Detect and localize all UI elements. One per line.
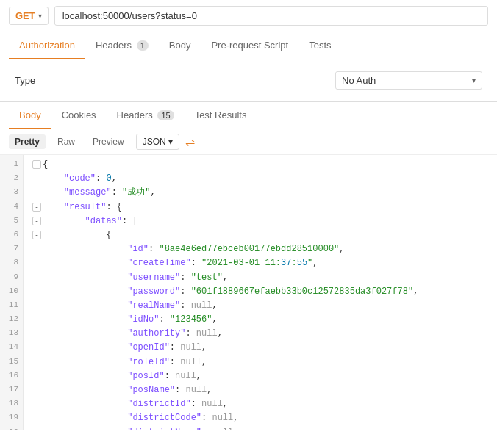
line-numbers: 1234567891011121314151617181920212223242… [0, 155, 24, 430]
json-line: "message": "成功", [32, 186, 488, 200]
body-tab-nav: Body Cookies Headers 15 Test Results [0, 102, 497, 129]
line-number: 7 [4, 242, 18, 256]
http-method: GET [15, 10, 35, 21]
format-bar: Pretty Raw Preview JSON ▾ ⇌ [0, 129, 497, 155]
line-number: 10 [4, 285, 18, 299]
format-json-label: JSON [143, 137, 166, 147]
stream-icon[interactable]: ⇌ [185, 135, 195, 149]
line-number: 18 [4, 397, 18, 411]
json-line: "districtName": null, [32, 426, 488, 430]
format-json-chevron-icon: ▾ [168, 137, 173, 147]
top-tab-nav: Authorization Headers 1 Body Pre-request… [0, 32, 497, 59]
line-number: 8 [4, 256, 18, 270]
json-line: "districtCode": null, [32, 411, 488, 425]
line-number: 5 [4, 214, 18, 228]
json-line: "id": "8ae4e6ed77ebceb00177ebdd28510000"… [32, 242, 488, 256]
json-line: "posId": null, [32, 369, 488, 383]
json-content: 1234567891011121314151617181920212223242… [0, 155, 497, 430]
line-number: 1 [4, 158, 18, 172]
line-number: 4 [4, 200, 18, 214]
json-line: -{ [32, 158, 488, 172]
tab-headers[interactable]: Headers 1 [85, 32, 159, 59]
auth-type-select[interactable]: No Auth ▾ [335, 71, 482, 90]
line-number: 12 [4, 313, 18, 327]
json-line: "realName": null, [32, 299, 488, 313]
format-preview-btn[interactable]: Preview [87, 134, 130, 149]
auth-type-label: Type [15, 75, 44, 86]
expand-btn[interactable]: - [32, 217, 41, 225]
line-number: 16 [4, 369, 18, 383]
json-line: - { [32, 228, 488, 242]
auth-type-value: No Auth [342, 75, 472, 86]
auth-chevron-icon: ▾ [472, 76, 476, 84]
format-json-dropdown[interactable]: JSON ▾ [136, 134, 179, 150]
line-number: 19 [4, 411, 18, 425]
format-raw-btn[interactable]: Raw [51, 134, 81, 149]
expand-btn[interactable]: - [32, 160, 41, 169]
line-number: 3 [4, 186, 18, 200]
json-line: "idNo": "123456", [32, 313, 488, 327]
json-line: "password": "601f1889667efaebb33b0c12572… [32, 285, 488, 299]
auth-select-wrapper: No Auth ▾ [335, 71, 482, 90]
line-number: 17 [4, 383, 18, 397]
json-line: "openId": null, [32, 341, 488, 355]
json-line: "createTime": "2021-03-01 11:37:55", [32, 256, 488, 270]
expand-btn[interactable]: - [32, 231, 41, 239]
url-input[interactable] [54, 6, 488, 26]
url-bar: GET ▾ [0, 0, 497, 32]
json-text: -{ "code": 0, "message": "成功",- "result"… [24, 155, 497, 430]
method-select[interactable]: GET ▾ [9, 7, 49, 25]
tab-tests[interactable]: Tests [298, 32, 341, 59]
line-number: 15 [4, 355, 18, 369]
json-line: "roleId": null, [32, 355, 488, 369]
tab-authorization[interactable]: Authorization [9, 32, 85, 59]
auth-section: Type No Auth ▾ [0, 59, 497, 102]
tab-body[interactable]: Body [9, 102, 51, 129]
json-line: "districtId": null, [32, 397, 488, 411]
line-number: 6 [4, 228, 18, 242]
json-line: "username": "test", [32, 271, 488, 285]
line-number: 20 [4, 426, 18, 430]
line-number: 13 [4, 327, 18, 341]
tab-cookies[interactable]: Cookies [51, 102, 107, 129]
tab-test-results[interactable]: Test Results [185, 102, 257, 129]
tab-headers-response[interactable]: Headers 15 [107, 102, 185, 129]
expand-btn[interactable]: - [32, 203, 41, 212]
json-line: "authority": null, [32, 327, 488, 341]
format-pretty-btn[interactable]: Pretty [9, 134, 46, 149]
line-number: 11 [4, 299, 18, 313]
tab-prerequest[interactable]: Pre-request Script [201, 32, 298, 59]
headers-response-badge: 15 [157, 110, 174, 120]
line-number: 14 [4, 341, 18, 355]
line-number: 2 [4, 172, 18, 186]
tab-body-top[interactable]: Body [159, 32, 201, 59]
json-line: - "result": { [32, 200, 488, 214]
json-line: "posName": null, [32, 383, 488, 397]
headers-badge: 1 [137, 40, 149, 51]
json-line: - "datas": [ [32, 214, 488, 228]
method-chevron-icon: ▾ [38, 12, 42, 20]
line-number: 9 [4, 271, 18, 285]
json-line: "code": 0, [32, 172, 488, 186]
